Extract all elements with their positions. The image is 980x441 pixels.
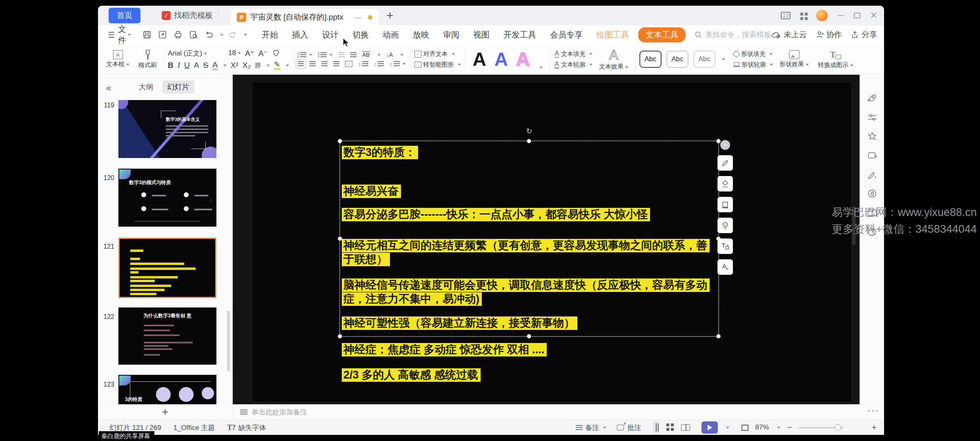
menu-member[interactable]: 会员专享 <box>550 29 583 40</box>
save-icon[interactable] <box>143 30 151 39</box>
numbered-list-button[interactable] <box>318 52 333 58</box>
chevron-down-icon[interactable] <box>722 58 725 60</box>
share-button[interactable]: 分享 <box>851 29 877 40</box>
chevron-down-icon[interactable] <box>244 34 247 36</box>
superscript-button[interactable]: X² <box>231 61 238 70</box>
rocket-icon[interactable] <box>867 93 878 103</box>
slide-text-line[interactable]: 神经元相互之间的连结更频繁（更有创意，更容易发现事物之间的联系，善 <box>342 238 710 252</box>
slide-thumbnail-122[interactable]: 为什么数字3最有创 意 <box>118 307 216 365</box>
menu-transition[interactable]: 切换 <box>352 29 369 40</box>
bullet-list-button[interactable] <box>298 52 312 58</box>
sliders-icon[interactable] <box>867 112 878 122</box>
menu-draw-tool[interactable]: 绘图工具 <box>597 29 629 40</box>
columns-button[interactable]: ↑↓ <box>345 61 352 67</box>
shape-fill-button[interactable]: 形状填充 <box>734 50 773 58</box>
textbox-button[interactable]: A 文本框 <box>104 50 132 68</box>
undo-icon[interactable] <box>205 31 214 39</box>
menu-view[interactable]: 视图 <box>473 29 490 40</box>
format-painter-button[interactable]: 格式刷 <box>136 49 159 69</box>
rotate-handle[interactable]: ↻ <box>526 127 532 136</box>
wordart-preset-1[interactable]: A <box>473 50 486 69</box>
font-color-button[interactable]: A <box>212 61 218 70</box>
play-slideshow-button[interactable] <box>702 421 718 434</box>
text-style-preset-1[interactable]: Abc <box>639 51 662 68</box>
menu-review[interactable]: 审阅 <box>443 29 459 40</box>
line-spacing-button[interactable]: ↕ <box>358 61 368 67</box>
menu-slideshow[interactable]: 放映 <box>413 29 429 40</box>
apps-grid-icon[interactable] <box>800 13 803 16</box>
wordart-preset-2[interactable]: A <box>494 50 508 69</box>
slide-text-line[interactable]: 数字3的特质： <box>342 145 418 159</box>
transition-loop-icon[interactable] <box>867 151 878 160</box>
zoom-slider[interactable] <box>799 427 844 428</box>
convert-text-button[interactable] <box>717 238 733 254</box>
command-search[interactable]: 查找命令，搜索模板 <box>695 30 771 40</box>
minimize-button[interactable]: ─ <box>837 11 844 20</box>
menu-insert[interactable]: 插入 <box>292 29 308 40</box>
chevron-down-icon[interactable] <box>220 34 223 36</box>
notes-more-icon[interactable]: • • • <box>868 408 878 414</box>
align-right-button[interactable] <box>321 61 327 67</box>
fit-window-icon[interactable] <box>742 425 748 431</box>
panel-scrollbar[interactable] <box>227 310 230 372</box>
text-direction-button[interactable]: AB <box>362 51 370 58</box>
italic-button[interactable]: I <box>178 61 180 70</box>
char-spacing-button[interactable]: A <box>194 61 199 70</box>
star-effects-icon[interactable] <box>867 131 878 142</box>
font-size-select[interactable]: 18 <box>228 49 241 57</box>
slide-thumbnail-120[interactable]: 数字3的模式与特质 ⋮ <box>118 169 216 227</box>
slide-thumbnail-121-selected[interactable] <box>118 238 216 298</box>
resize-handle[interactable] <box>527 139 531 143</box>
view-normal-button[interactable] <box>653 421 659 434</box>
highlight-button[interactable]: ✎ <box>274 61 280 70</box>
increase-indent-icon[interactable] <box>350 52 356 58</box>
wordart-preset-3[interactable]: A <box>516 50 530 69</box>
preview-icon[interactable] <box>189 30 198 39</box>
vertical-text-button[interactable]: ↓A <box>386 51 393 58</box>
text-fill-button[interactable]: A文本填充 <box>555 50 592 58</box>
menu-devtools[interactable]: 开发工具 <box>503 29 536 40</box>
theme-name[interactable]: 1_Office 主题 <box>174 423 215 432</box>
collapse-toolbar-button[interactable]: − <box>720 140 730 150</box>
slide-text-line[interactable]: 神经可塑性强（容易建立新连接，接受新事物） <box>342 316 577 330</box>
shape-outline-quick-button[interactable] <box>717 197 733 212</box>
style-brush-button[interactable] <box>717 155 733 171</box>
chevron-down-icon[interactable] <box>539 67 543 69</box>
increase-font-button[interactable]: A⁺ <box>245 49 254 58</box>
slide-text-line[interactable]: 脑神经信号传递速度可能会更快，调取信息速度快（反应极快，容易有多动 <box>342 278 710 292</box>
subscript-button[interactable]: X₂ <box>243 61 251 70</box>
strikethrough-button[interactable]: S <box>203 61 208 70</box>
menu-animation[interactable]: 动画 <box>383 29 399 40</box>
redo-icon[interactable] <box>228 31 237 39</box>
tab-home[interactable]: 首页 <box>109 8 140 23</box>
missing-font-warning[interactable]: T? 缺失字体 <box>227 423 266 432</box>
tab-outline[interactable]: 大纲 <box>136 80 156 94</box>
spacing-options-button[interactable]: ↕ <box>390 61 406 67</box>
text-style-button[interactable] <box>717 259 733 275</box>
zoom-slider-thumb[interactable] <box>835 424 841 431</box>
slide-121[interactable]: 数字3的特质： 神经易兴奋 容易分泌多巴胺-------快乐：一点点小事，都容易… <box>252 82 851 402</box>
text-style-preset-3[interactable]: Abc <box>693 51 715 68</box>
text-effects-button[interactable]: A 文本效果 <box>597 48 631 71</box>
clear-format-icon[interactable] <box>272 49 280 57</box>
resize-handle[interactable] <box>338 334 342 339</box>
shape-effects-button[interactable]: 形状效果 <box>777 50 811 68</box>
phonetic-guide-button[interactable]: 拼 <box>255 62 261 69</box>
slide-thumbnail-119[interactable]: 数字3的基本含义 <box>118 100 216 158</box>
slide-thumbnail-123[interactable]: 3的特质 <box>118 375 216 404</box>
text-outline-button[interactable]: A文本轮廓 <box>555 61 592 69</box>
justify-button[interactable] <box>333 61 339 67</box>
zoom-level[interactable]: 87% <box>755 423 769 432</box>
menu-text-tool-active[interactable]: 文本工具 <box>638 27 686 42</box>
slide-text-line[interactable]: 于联想） <box>342 252 390 266</box>
tab-slides[interactable]: 幻灯片 <box>163 80 194 94</box>
chevron-down-icon[interactable] <box>726 427 729 429</box>
export-icon[interactable] <box>158 30 167 39</box>
align-text-button[interactable]: ↕对齐文本 <box>414 50 461 58</box>
underline-button[interactable]: U <box>184 61 190 70</box>
menu-file[interactable]: 文件 <box>118 24 126 46</box>
chevron-down-icon[interactable] <box>777 427 780 429</box>
cloud-status[interactable]: 未上云 <box>771 29 807 40</box>
slide-text-line[interactable]: 容易分泌多巴胺-------快乐：一点点小事，都容易快乐 大惊小怪 <box>342 207 650 221</box>
menu-design[interactable]: 设计 <box>322 29 339 40</box>
